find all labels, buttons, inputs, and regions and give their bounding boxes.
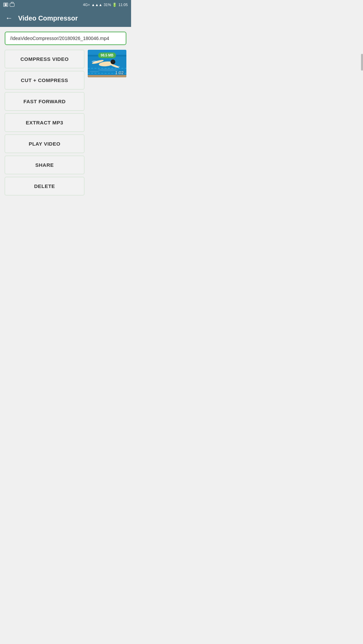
svg-rect-1 [5, 4, 7, 6]
svg-point-14 [92, 61, 97, 63]
cut-compress-button[interactable]: CUT + COMPRESS [5, 71, 84, 89]
svg-point-17 [89, 71, 99, 72]
sim-icon [3, 3, 8, 7]
video-duration: 1:02 [115, 70, 124, 75]
svg-point-13 [111, 60, 115, 63]
network-type: 4G+ [83, 3, 90, 7]
time-display: 11:05 [118, 3, 128, 7]
play-video-button[interactable]: PLAY VIDEO [5, 135, 84, 153]
video-thumbnail[interactable]: 98.5 MB 1:02 [88, 50, 126, 77]
file-path: /IdeaVideoCompressor/20180926_180046.mp4 [5, 32, 126, 45]
compress-video-button[interactable]: COMPRESS VIDEO [5, 50, 84, 68]
signal-bars: ▲▲▲ [91, 3, 103, 7]
video-thumbnail-column: 98.5 MB 1:02 [88, 50, 126, 77]
back-button[interactable]: ← [5, 14, 13, 22]
delete-button[interactable]: DELETE [5, 177, 84, 195]
status-right: 4G+ ▲▲▲ 31% 🔋 11:05 [83, 3, 128, 7]
battery-icon: 🔋 [112, 3, 117, 7]
main-row: COMPRESS VIDEO CUT + COMPRESS FAST FORWA… [5, 50, 126, 195]
toolbar: ← Video Compressor [0, 9, 131, 27]
notification-camera-icon [10, 3, 14, 7]
status-bar: 4G+ ▲▲▲ 31% 🔋 11:05 [0, 0, 131, 9]
svg-point-15 [116, 66, 120, 67]
svg-rect-2 [5, 3, 7, 4]
extract-mp3-button[interactable]: EXTRACT MP3 [5, 113, 84, 132]
battery-level: 31% [104, 3, 111, 7]
file-size-badge: 98.5 MB [98, 52, 116, 58]
page-title: Video Compressor [18, 14, 78, 22]
status-left [3, 3, 14, 7]
action-buttons-column: COMPRESS VIDEO CUT + COMPRESS FAST FORWA… [5, 50, 84, 195]
fast-forward-button[interactable]: FAST FORWARD [5, 92, 84, 111]
share-button[interactable]: SHARE [5, 156, 84, 174]
main-content: /IdeaVideoCompressor/20180926_180046.mp4… [0, 27, 131, 200]
svg-rect-8 [88, 75, 126, 77]
